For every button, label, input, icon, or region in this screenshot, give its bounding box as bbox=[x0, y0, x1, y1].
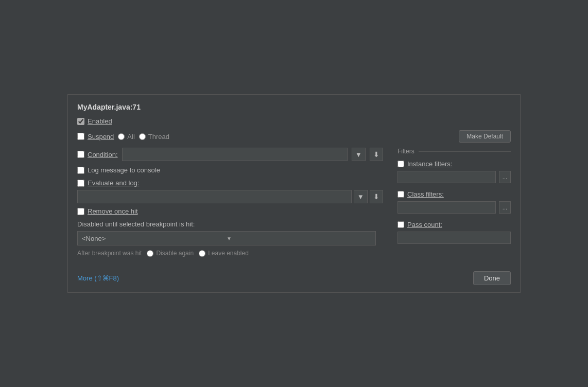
condition-dropdown-arrow-icon: ▼ bbox=[355, 151, 362, 159]
log-message-checkbox[interactable] bbox=[77, 167, 84, 174]
log-message-row: Log message to console bbox=[77, 166, 383, 174]
class-filters-input[interactable] bbox=[397, 201, 496, 214]
import-icon: ⬇ bbox=[373, 150, 379, 159]
suspend-all-radio[interactable] bbox=[118, 133, 125, 140]
instance-filters-dots-button[interactable]: ... bbox=[499, 171, 511, 183]
pass-count-label-row: Pass count: bbox=[397, 221, 511, 228]
enabled-checkbox[interactable] bbox=[77, 118, 84, 125]
condition-label: Condition: bbox=[88, 151, 118, 159]
pass-count-input-row bbox=[397, 232, 511, 244]
remove-once-hit-checkbox[interactable] bbox=[77, 208, 84, 215]
dialog-title: MyAdapter.java:71 bbox=[77, 103, 511, 111]
pass-count-group: Pass count: bbox=[397, 221, 511, 244]
enabled-row: Enabled bbox=[77, 117, 511, 125]
class-filters-label-row: Class filters: bbox=[397, 190, 511, 198]
log-message-checkbox-label[interactable]: Log message to console bbox=[77, 166, 160, 174]
suspend-checkbox[interactable] bbox=[77, 133, 84, 140]
disabled-until-label: Disabled until selected breakpoint is hi… bbox=[77, 220, 383, 228]
left-panel: Condition: ▼ ⬇ Log message to console bbox=[77, 148, 383, 257]
pass-count-checkbox[interactable] bbox=[397, 221, 404, 228]
suspend-checkbox-label[interactable]: Suspend bbox=[77, 133, 114, 140]
class-filters-label: Class filters: bbox=[407, 190, 444, 198]
none-dropdown[interactable]: <None> ▼ bbox=[77, 231, 376, 245]
more-link[interactable]: More (⇧⌘F8) bbox=[77, 274, 119, 282]
log-message-label: Log message to console bbox=[88, 166, 160, 174]
evaluate-label: Evaluate and log: bbox=[88, 179, 139, 187]
leave-enabled-label: Leave enabled bbox=[208, 250, 249, 257]
main-content: Condition: ▼ ⬇ Log message to console bbox=[77, 148, 511, 257]
suspend-thread-label: Thread bbox=[148, 133, 169, 140]
evaluate-input[interactable] bbox=[77, 190, 352, 203]
class-filters-input-row: ... bbox=[397, 201, 511, 214]
suspend-label: Suspend bbox=[88, 133, 114, 140]
evaluate-import-icon: ⬇ bbox=[373, 192, 379, 201]
leave-enabled-radio-label[interactable]: Leave enabled bbox=[199, 250, 249, 257]
remove-once-hit-row: Remove once hit bbox=[77, 207, 383, 215]
condition-input[interactable] bbox=[122, 148, 348, 161]
instance-filters-input-row: ... bbox=[397, 171, 511, 183]
class-filters-checkbox[interactable] bbox=[397, 191, 404, 198]
pass-count-input[interactable] bbox=[397, 232, 511, 244]
enabled-checkbox-label[interactable]: Enabled bbox=[77, 117, 112, 125]
evaluate-row: Evaluate and log: ▼ ⬇ bbox=[77, 179, 383, 203]
evaluate-import-button[interactable]: ⬇ bbox=[370, 190, 383, 203]
instance-filters-label: Instance filters: bbox=[407, 160, 452, 168]
remove-once-hit-checkbox-label[interactable]: Remove once hit bbox=[77, 207, 383, 215]
filters-title-text: Filters bbox=[397, 148, 414, 155]
class-filters-dots-button[interactable]: ... bbox=[499, 201, 511, 214]
instance-filters-label-row: Instance filters: bbox=[397, 160, 511, 168]
condition-checkbox-label[interactable]: Condition: bbox=[77, 151, 118, 159]
after-hit-label: After breakpoint was hit bbox=[77, 250, 142, 257]
breakpoint-dialog: MyAdapter.java:71 Enabled Suspend All Th… bbox=[67, 94, 521, 293]
instance-filters-input[interactable] bbox=[397, 171, 496, 183]
evaluate-dropdown-button[interactable]: ▼ bbox=[354, 190, 368, 203]
none-dropdown-arrow-icon: ▼ bbox=[227, 236, 371, 241]
condition-row: Condition: ▼ ⬇ bbox=[77, 148, 383, 161]
done-button[interactable]: Done bbox=[473, 271, 511, 285]
filters-title: Filters bbox=[397, 148, 511, 155]
after-hit-row: After breakpoint was hit Disable again L… bbox=[77, 250, 383, 257]
class-filters-group: Class filters: ... bbox=[397, 190, 511, 214]
disable-again-label: Disable again bbox=[156, 250, 194, 257]
condition-import-button[interactable]: ⬇ bbox=[370, 148, 383, 161]
evaluate-input-row: ▼ ⬇ bbox=[77, 190, 383, 203]
none-dropdown-value: <None> bbox=[82, 235, 227, 242]
dialog-footer: More (⇧⌘F8) Done bbox=[77, 267, 511, 285]
evaluate-dropdown-arrow-icon: ▼ bbox=[357, 193, 364, 201]
remove-once-hit-label: Remove once hit bbox=[88, 207, 138, 215]
evaluate-checkbox-label[interactable]: Evaluate and log: bbox=[77, 179, 383, 187]
right-panel: Filters Instance filters: ... Class filt… bbox=[392, 148, 511, 257]
disable-again-radio[interactable] bbox=[147, 250, 153, 257]
condition-checkbox[interactable] bbox=[77, 151, 84, 158]
instance-filters-group: Instance filters: ... bbox=[397, 160, 511, 183]
suspend-row: Suspend All Thread Make Default bbox=[77, 130, 511, 143]
evaluate-checkbox[interactable] bbox=[77, 180, 84, 187]
pass-count-label: Pass count: bbox=[407, 221, 442, 228]
suspend-all-radio-label[interactable]: All bbox=[118, 133, 134, 140]
condition-dropdown-button[interactable]: ▼ bbox=[352, 148, 366, 161]
disable-again-radio-label[interactable]: Disable again bbox=[147, 250, 194, 257]
enabled-label: Enabled bbox=[88, 117, 112, 125]
make-default-button[interactable]: Make Default bbox=[459, 130, 511, 143]
suspend-thread-radio-label[interactable]: Thread bbox=[139, 133, 169, 140]
suspend-all-label: All bbox=[127, 133, 134, 140]
suspend-thread-radio[interactable] bbox=[139, 133, 146, 140]
leave-enabled-radio[interactable] bbox=[199, 250, 205, 257]
instance-filters-checkbox[interactable] bbox=[397, 161, 404, 167]
